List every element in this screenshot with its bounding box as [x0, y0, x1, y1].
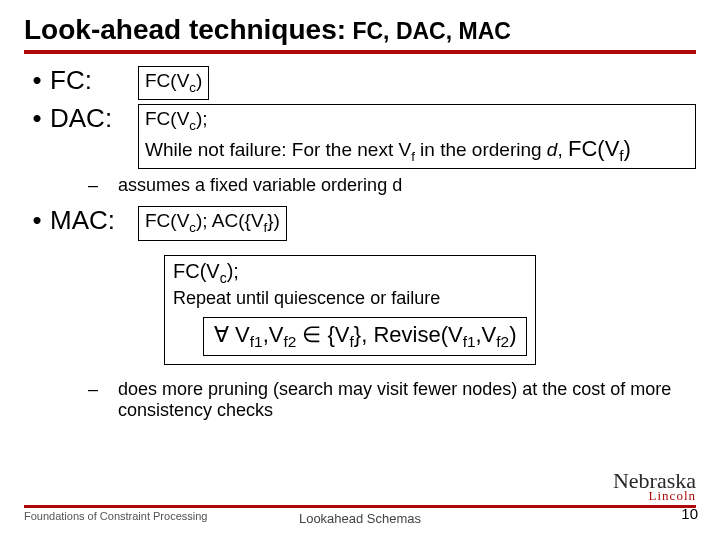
item-fc: • FC: FC(Vc)	[24, 66, 696, 100]
bullet-icon: •	[24, 104, 50, 133]
title-rule	[24, 50, 696, 54]
mac-label: MAC:	[50, 206, 138, 235]
mac-detail-box: FC(Vc); Repeat until quiescence or failu…	[164, 255, 536, 365]
bullet-icon: •	[24, 206, 50, 235]
dash-icon: –	[88, 379, 118, 400]
dac-note: assumes a fixed variable ordering d	[118, 175, 402, 196]
mac-detail-head: FC(Vc);	[173, 260, 527, 286]
mac-detail-inner: ∀ Vf1,Vf2 ∈ {Vf}, Revise(Vf1,Vf2)	[203, 317, 527, 356]
fc-box: FC(Vc)	[138, 66, 209, 100]
mac-note: does more pruning (search may visit fewe…	[118, 379, 678, 421]
item-dac: • DAC: FC(Vc);While not failure: For the…	[24, 104, 696, 169]
mac-box: FC(Vc); AC({Vf})	[138, 206, 287, 240]
university-logo: Nebraska Lincoln	[613, 471, 696, 502]
dac-box: FC(Vc);While not failure: For the next V…	[138, 104, 696, 169]
item-mac: • MAC: FC(Vc); AC({Vf})	[24, 206, 696, 240]
footer-rule	[24, 505, 696, 508]
mac-detail: FC(Vc); Repeat until quiescence or failu…	[164, 255, 696, 365]
dac-note-row: – assumes a fixed variable ordering d	[24, 175, 696, 196]
title-main: Look-ahead techniques:	[24, 14, 346, 45]
bullet-icon: •	[24, 66, 50, 95]
slide-title: Look-ahead techniques: FC, DAC, MAC	[24, 14, 696, 46]
fc-label: FC:	[50, 66, 138, 95]
dash-icon: –	[88, 175, 118, 196]
mac-note-row: – does more pruning (search may visit fe…	[24, 379, 696, 421]
mac-detail-text: Repeat until quiescence or failure	[173, 288, 527, 309]
title-sub: FC, DAC, MAC	[346, 18, 511, 44]
dac-label: DAC:	[50, 104, 138, 133]
page-number: 10	[681, 505, 698, 522]
footer-center: Lookahead Schemas	[0, 511, 720, 526]
